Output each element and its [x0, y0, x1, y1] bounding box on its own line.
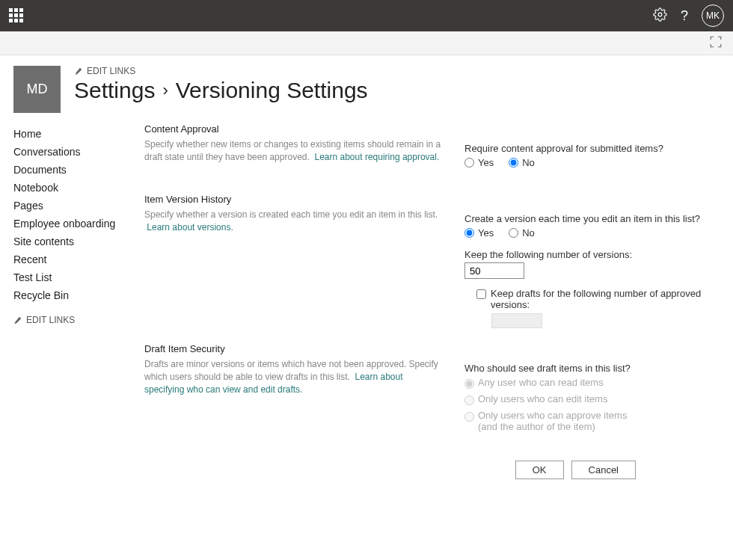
keep-drafts-label: Keep drafts for the following number of … — [491, 288, 733, 310]
history-yes-radio[interactable]: Yes — [464, 227, 494, 239]
approval-question: Require content approval for submitted i… — [464, 143, 733, 154]
sidebar-item-home[interactable]: Home — [13, 125, 144, 143]
app-launcher-icon[interactable] — [9, 8, 24, 23]
sidebar-item-pages[interactable]: Pages — [13, 197, 144, 215]
breadcrumb: Settings › Versioning Settings — [74, 78, 733, 103]
sidebar-item-site-contents[interactable]: Site contents — [13, 233, 144, 250]
sidebar-item-recent[interactable]: Recent — [13, 250, 144, 268]
keep-versions-label: Keep the following number of versions: — [464, 249, 733, 260]
help-icon[interactable]: ? — [681, 8, 688, 24]
chevron-right-icon: › — [162, 81, 168, 100]
section-desc-history: Specify whether a version is created eac… — [144, 209, 442, 234]
ok-button[interactable]: OK — [515, 461, 564, 479]
sidebar: Home Conversations Documents Notebook Pa… — [13, 123, 144, 479]
keep-drafts-checkbox[interactable] — [476, 289, 486, 299]
learn-approval-link[interactable]: Learn about requiring approval. — [315, 152, 440, 162]
draft-opt2-radio: Only users who can edit items — [464, 393, 733, 405]
section-desc-draft: Drafts are minor versions or items which… — [144, 358, 442, 396]
sidebar-item-test-list[interactable]: Test List — [13, 268, 144, 286]
site-logo[interactable]: MD — [13, 66, 61, 113]
breadcrumb-root[interactable]: Settings — [74, 78, 155, 103]
draft-opt1-radio: Any user who can read items — [464, 377, 733, 389]
edit-links-label: EDIT LINKS — [87, 66, 135, 76]
sidebar-item-notebook[interactable]: Notebook — [13, 179, 144, 197]
history-question: Create a version each time you edit an i… — [464, 213, 733, 224]
sidebar-item-documents[interactable]: Documents — [13, 161, 144, 179]
pencil-icon — [13, 316, 22, 324]
learn-versions-link[interactable]: Learn about versions. — [147, 222, 233, 233]
history-no-radio[interactable]: No — [509, 227, 535, 239]
cancel-button[interactable]: Cancel — [571, 461, 636, 479]
sidebar-item-employee-onboarding[interactable]: Employee onboarding — [13, 215, 144, 233]
approval-no-radio[interactable]: No — [509, 157, 535, 168]
sidebar-item-conversations[interactable]: Conversations — [13, 143, 144, 161]
focus-mode-icon[interactable] — [709, 35, 723, 51]
avatar[interactable]: MK — [702, 4, 724, 27]
breadcrumb-current: Versioning Settings — [176, 78, 368, 103]
edit-links-bottom-label: EDIT LINKS — [26, 315, 75, 325]
svg-point-0 — [658, 13, 662, 16]
gear-icon[interactable] — [653, 7, 667, 24]
pencil-icon — [74, 67, 82, 76]
edit-links-top[interactable]: EDIT LINKS — [74, 66, 733, 76]
section-title-draft: Draft Item Security — [144, 343, 442, 354]
section-title-history: Item Version History — [144, 194, 442, 205]
edit-links-bottom[interactable]: EDIT LINKS — [13, 315, 144, 325]
sidebar-item-recycle-bin[interactable]: Recycle Bin — [13, 286, 144, 304]
keep-drafts-input-disabled — [491, 313, 542, 328]
draft-opt3-radio: Only users who can approve items (and th… — [464, 410, 733, 432]
keep-versions-input[interactable] — [464, 262, 524, 279]
section-title-approval: Content Approval — [144, 123, 442, 135]
approval-yes-radio[interactable]: Yes — [464, 157, 494, 168]
section-desc-approval: Specify whether new items or changes to … — [144, 138, 442, 164]
draft-question: Who should see draft items in this list? — [464, 363, 733, 374]
